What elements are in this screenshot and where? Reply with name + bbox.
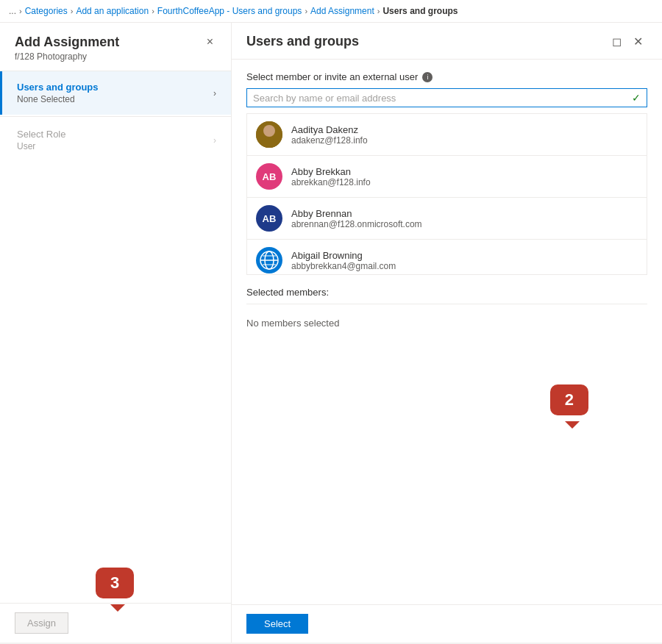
- right-header-actions: ◻ ✕: [608, 33, 647, 50]
- user-info: Abby Brekkan abrekkan@f128.info: [291, 166, 371, 187]
- user-item[interactable]: AB Abby Brennan abrennan@f128.onmicrosof…: [247, 198, 647, 240]
- right-header: Users and groups ◻ ✕: [232, 23, 662, 60]
- nav-item-select-role-value: User: [17, 141, 65, 151]
- right-panel-close-button[interactable]: ✕: [629, 33, 647, 50]
- user-email: abrekkan@f128.info: [291, 177, 371, 187]
- search-section-label: Select member or invite an external user…: [246, 71, 647, 82]
- left-header: Add Assignment f/128 Photography ×: [0, 23, 231, 71]
- no-members-text: No members selected: [246, 312, 647, 334]
- annotation-3: 3: [96, 568, 134, 598]
- breadcrumb-sep-2: ›: [152, 7, 154, 15]
- right-panel: Users and groups ◻ ✕ Select member or in…: [232, 23, 662, 643]
- user-item[interactable]: Abigail Browning abbybrekkan4@gmail.com: [247, 240, 647, 275]
- maximize-button[interactable]: ◻: [608, 33, 626, 50]
- nav-item-select-role[interactable]: Select Role User ›: [0, 118, 231, 162]
- breadcrumb-sep-4: ›: [377, 7, 380, 15]
- nav-item-users-groups-title: Users and groups: [17, 82, 99, 93]
- nav-item-users-groups[interactable]: Users and groups None Selected ›: [0, 71, 231, 115]
- left-panel: Add Assignment f/128 Photography × Users…: [0, 23, 232, 643]
- breadcrumb-categories[interactable]: Categories: [25, 6, 68, 16]
- nav-item-users-groups-value: None Selected: [17, 94, 99, 104]
- main-container: Add Assignment f/128 Photography × Users…: [0, 23, 662, 643]
- right-content: Select member or invite an external user…: [232, 60, 662, 604]
- annotation-2: 2: [550, 384, 588, 415]
- selected-members-label: Selected members:: [246, 287, 647, 298]
- left-panel-title: Add Assignment: [15, 35, 119, 50]
- user-info: Abby Brennan abrennan@f128.onmicrosoft.c…: [291, 208, 422, 229]
- svg-point-1: [263, 125, 275, 137]
- user-item[interactable]: Aaditya Dakenz adakenz@f128.info: [247, 114, 647, 156]
- user-info: Aaditya Dakenz adakenz@f128.info: [291, 124, 368, 146]
- search-check-icon: ✓: [632, 92, 641, 104]
- breadcrumb-sep-3: ›: [305, 7, 307, 15]
- breadcrumb-more[interactable]: ...: [9, 6, 16, 16]
- search-input[interactable]: [253, 93, 632, 104]
- nav-separator: [0, 116, 231, 117]
- breadcrumb-add-application[interactable]: Add an application: [76, 6, 149, 16]
- breadcrumb: ... › Categories › Add an application › …: [0, 0, 662, 23]
- user-list: Aaditya Dakenz adakenz@f128.info AB Abby…: [246, 113, 647, 275]
- right-footer: Select: [232, 604, 662, 643]
- avatar: [256, 121, 282, 148]
- avatar: [256, 247, 282, 273]
- nav-item-select-role-chevron: ›: [213, 135, 216, 146]
- user-email: abbybrekkan4@gmail.com: [291, 261, 396, 271]
- right-panel-title: Users and groups: [246, 34, 359, 49]
- breadcrumb-app-users[interactable]: FourthCoffeeApp - Users and groups: [157, 6, 302, 16]
- user-name: Abigail Browning: [291, 250, 396, 261]
- search-box: ✓: [246, 88, 647, 107]
- avatar: AB: [256, 205, 282, 232]
- breadcrumb-current: Users and groups: [382, 6, 458, 16]
- nav-item-users-groups-chevron: ›: [213, 88, 216, 99]
- nav-item-users-groups-content: Users and groups None Selected: [17, 82, 99, 104]
- assign-button[interactable]: Assign: [15, 612, 68, 634]
- left-panel-subtitle: f/128 Photography: [15, 51, 119, 62]
- select-button[interactable]: Select: [246, 614, 308, 634]
- breadcrumb-add-assignment[interactable]: Add Assignment: [310, 6, 374, 16]
- left-panel-close-button[interactable]: ×: [204, 35, 216, 49]
- avatar: AB: [256, 163, 282, 190]
- user-name: Abby Brennan: [291, 208, 422, 219]
- user-info: Abigail Browning abbybrekkan4@gmail.com: [291, 250, 396, 271]
- user-email: abrennan@f128.onmicrosoft.com: [291, 219, 422, 229]
- nav-item-select-role-content: Select Role User: [17, 129, 65, 151]
- user-name: Abby Brekkan: [291, 166, 371, 177]
- breadcrumb-sep-1: ›: [71, 7, 74, 15]
- left-footer: Assign: [0, 603, 231, 643]
- nav-item-select-role-title: Select Role: [17, 129, 65, 140]
- info-icon[interactable]: i: [422, 72, 433, 82]
- breadcrumb-sep-0: ›: [19, 7, 22, 15]
- left-header-title: Add Assignment f/128 Photography: [15, 35, 119, 62]
- selected-members-area: No members selected: [246, 304, 647, 334]
- user-item[interactable]: AB Abby Brekkan abrekkan@f128.info: [247, 156, 647, 198]
- user-name: Aaditya Dakenz: [291, 124, 368, 135]
- user-email: adakenz@f128.info: [291, 135, 368, 146]
